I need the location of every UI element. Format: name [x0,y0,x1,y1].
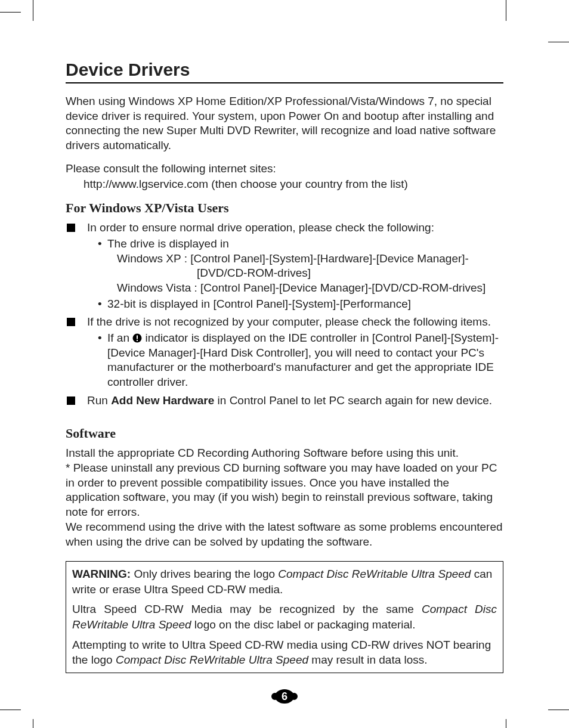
crop-mark [0,710,21,710]
crop-mark [33,0,33,21]
list-item-text: The drive is displayed in [107,237,229,250]
list-item: In order to ensure normal drive operatio… [66,221,503,311]
list-item: If an indicator is displayed on the IDE … [98,331,503,390]
section-divider [66,82,503,83]
warning-text: logo on the disc label or packaging mate… [191,618,416,631]
list-item-text: in Control Panel to let PC search again … [214,394,492,407]
list-item: 32-bit is displayed in [Control Panel]-[… [98,297,503,312]
list-item-text: Windows XP : [Control Panel]-[System]-[H… [117,252,503,267]
warning-box: WARNING: Only drives bearing the logo Co… [66,561,503,673]
square-list: In order to ensure normal drive operatio… [66,221,503,408]
software-paragraph: Install the appropriate CD Recording Aut… [66,446,503,461]
warning-italic: Compact Disc ReWritable Ultra Speed [278,568,471,580]
subheading-windows-users: For Windows XP/Vista Users [66,200,503,216]
svg-rect-1 [137,335,138,339]
software-paragraph: We recommend using the drive with the la… [66,520,503,549]
list-item-text: If an [107,332,132,344]
svg-point-5 [290,693,298,700]
crop-mark [0,12,21,13]
warning-text: Only drives bearing the logo [131,568,278,580]
list-item-text: If the drive is not recognized by your c… [87,315,491,328]
warning-text: may result in data loss. [308,653,428,666]
crop-mark [548,42,569,42]
warning-paragraph: Ultra Speed CD-RW Media may be recognize… [72,602,497,632]
crop-mark [506,0,506,21]
page-number-wrap: 6 [66,689,503,704]
warning-italic: Compact Disc ReWritable Ultra Speed [116,653,308,666]
crop-mark [506,719,506,728]
list-item-text: In order to ensure normal drive operatio… [87,221,434,234]
list-item-text: 32-bit is displayed in [Control Panel]-[… [107,298,411,310]
list-item: Run Add New Hardware in Control Panel to… [66,394,503,408]
crop-mark [33,719,33,728]
list-item-text: indicator is displayed on the IDE contro… [107,332,499,388]
section-title: Device Drivers [66,60,503,80]
crop-mark [548,710,569,710]
page-number-badge: 6 [271,689,298,704]
subheading-software: Software [66,426,503,441]
list-item-bold: Add New Hardware [111,394,214,407]
page-number: 6 [282,690,287,702]
svg-rect-2 [137,340,138,341]
list-item: The drive is displayed in Windows XP : [… [98,237,503,296]
list-item-text: Run [87,394,111,407]
bullet-list: If an indicator is displayed on the IDE … [98,331,503,390]
manual-page: Device Drivers When using Windows XP Hom… [0,0,569,728]
list-item-text: [DVD/CD-ROM-drives] [197,266,503,281]
intro-paragraph: When using Windows XP Home Edition/XP Pr… [66,94,503,153]
consult-intro: Please consult the following internet si… [66,162,503,176]
warning-paragraph: WARNING: Only drives bearing the logo Co… [72,566,497,597]
exclamation-icon [132,332,142,342]
software-paragraph: * Please uninstall any previous CD burni… [66,461,503,520]
warning-paragraph: Attempting to write to Ultra Speed CD-RW… [72,637,497,668]
warning-label: WARNING: [72,568,131,580]
svg-point-4 [271,693,279,700]
list-item-text: Windows Vista : [Control Panel]-[Device … [117,281,503,296]
warning-text: Ultra Speed CD-RW Media may be recognize… [72,603,422,615]
list-item: If the drive is not recognized by your c… [66,315,503,389]
consult-url: http://www.lgservice.com (then choose yo… [84,177,503,192]
bullet-list: The drive is displayed in Windows XP : [… [98,237,503,311]
